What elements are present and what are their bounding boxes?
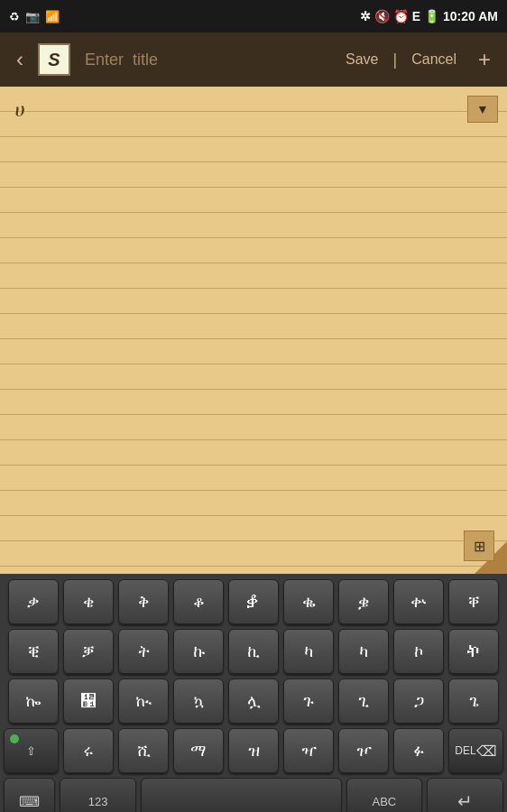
cancel-button[interactable]: Cancel [404,48,464,71]
title-input[interactable] [78,47,331,73]
key-ku[interactable]: ኩ [173,629,224,674]
key-kwe[interactable]: ኰ [8,678,59,724]
top-bar: ‹ S Save | Cancel + [0,32,507,87]
key-ga[interactable]: ጋ [393,678,444,724]
shift-icon: ⇧ [26,744,36,758]
abc-key[interactable]: ABC [346,778,423,812]
keyboard-icon: ⌨ [19,793,40,810]
emoji-key[interactable]: ⌨ [4,778,55,812]
note-area[interactable]: ▼ ሀ ⊞ [0,87,507,574]
wifi-icon: 📶 [45,10,60,23]
key-qe[interactable]: ቄ [63,579,114,624]
recycle-icon: ♻ [9,10,20,23]
back-button[interactable]: ‹ [9,43,31,76]
key-gi[interactable]: ጊ [338,678,389,724]
camera-icon: 📷 [25,10,40,23]
note-content: ሀ [14,97,493,123]
key-la[interactable]: ሏ [228,678,279,724]
key-zo[interactable]: ዦ [338,728,389,773]
signal-icon: E [412,9,420,23]
del-label: DEL [455,744,475,757]
key-re[interactable]: ቐ [448,579,499,624]
key-kwo[interactable]: ኳ [173,678,224,724]
space-label [220,794,263,808]
dropdown-button[interactable]: ▼ [467,96,498,123]
key-ti[interactable]: ት [118,629,169,674]
enter-icon: ↵ [457,790,473,812]
key-ka[interactable]: ካ [283,629,334,674]
app-icon: S [38,43,70,76]
bluetooth-icon: ✲ [360,9,371,23]
plus-button[interactable]: + [471,43,498,76]
delete-key[interactable]: DEL ⌫ [448,728,503,773]
shift-indicator [10,734,19,743]
alarm-icon: ⏰ [393,9,409,23]
enter-key[interactable]: ↵ [427,778,503,812]
key-ze[interactable]: ዝ [228,728,279,773]
del-icon: ⌫ [476,743,497,760]
status-bar: ♻ 📷 📶 ✲ 🔇 ⏰ E 🔋 10:20 AM [0,0,507,32]
key-za[interactable]: ዣ [283,728,334,773]
key-ru[interactable]: ሩ [63,728,114,773]
key-gu[interactable]: ጉ [283,678,334,724]
shift-key[interactable]: ⇧ [4,728,59,773]
keyboard-row-2: ቒ ቓ ት ኩ ኪ ካ ካ ኮ ኯ [4,629,503,674]
numbers-label: 123 [88,795,108,808]
key-qu[interactable]: ቇ [228,579,279,624]
space-key[interactable] [141,778,342,812]
keyboard-row-3: ኰ ኱ ኲ ኳ ሏ ጉ ጊ ጋ ጌ [4,678,503,724]
key-qi[interactable]: ቅ [118,579,169,624]
battery-icon: 🔋 [424,9,439,23]
key-kwa[interactable]: ኯ [448,629,499,674]
key-shi[interactable]: ሺ [118,728,169,773]
add-note-button[interactable]: ⊞ [464,531,494,561]
key-ko[interactable]: ኮ [393,629,444,674]
key-ke[interactable]: ካ [338,629,389,674]
keyboard-bottom-row: ⌨ 123 ABC ↵ [4,778,503,812]
key-ra[interactable]: ቓ [63,629,114,674]
key-qa[interactable]: ቃ [8,579,59,624]
key-fa[interactable]: ፉ [393,728,444,773]
key-mai[interactable]: ማ [173,728,224,773]
key-qi2[interactable]: ቌ [338,579,389,624]
keyboard-row-4: ⇧ ሩ ሺ ማ ዝ ዣ ዦ ፉ DEL ⌫ [4,728,503,773]
key-qo[interactable]: ቆ [173,579,224,624]
abc-label: ABC [373,795,397,808]
key-kwi[interactable]: ኱ [63,678,114,724]
keyboard-row-1: ቃ ቄ ቅ ቆ ቇ ቈ ቌ ቍ ቐ [4,579,503,624]
keyboard: ቃ ቄ ቅ ቆ ቇ ቈ ቌ ቍ ቐ ቒ ቓ ት ኩ ኪ ካ ካ ኮ ኯ ኰ ኱ … [0,574,507,812]
key-ge[interactable]: ጌ [448,678,499,724]
key-qo2[interactable]: ቍ [393,579,444,624]
status-right-icons: ✲ 🔇 ⏰ E 🔋 10:20 AM [360,9,498,23]
save-button[interactable]: Save [338,48,385,71]
key-ri[interactable]: ቒ [8,629,59,674]
time-label: 10:20 AM [443,9,498,23]
key-qe2[interactable]: ቈ [283,579,334,624]
key-kwu[interactable]: ኲ [118,678,169,724]
sound-icon: 🔇 [374,9,390,23]
numbers-key[interactable]: 123 [60,778,136,812]
divider: | [392,51,397,69]
key-ki[interactable]: ኪ [228,629,279,674]
status-left-icons: ♻ 📷 📶 [9,10,60,23]
